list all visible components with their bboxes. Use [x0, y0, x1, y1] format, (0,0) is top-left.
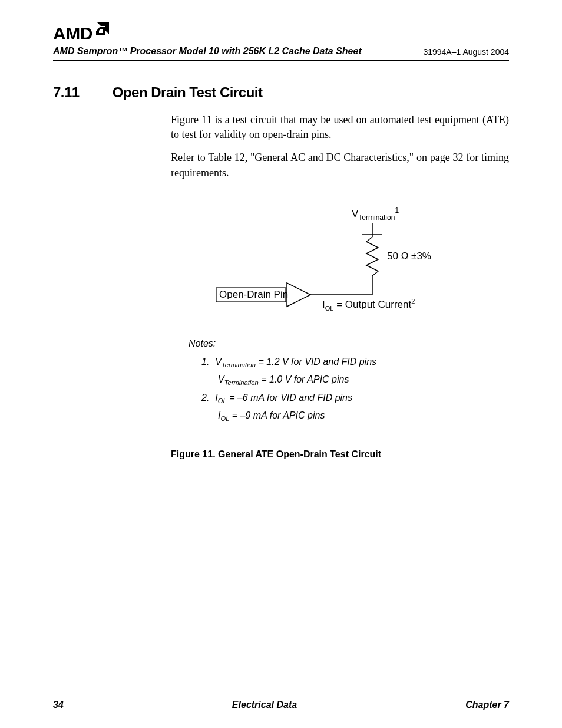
note-2-number: 2. [201, 390, 209, 407]
section-heading: 7.11 Open Drain Test Circuit [53, 84, 509, 101]
brand-text: AMD [53, 24, 92, 44]
open-drain-circuit-diagram: VTermination1 50 Ω ±3% Open-Drain Pin IO… [216, 206, 464, 324]
resistor-label: 50 Ω ±3% [387, 251, 431, 262]
doc-title: AMD Sempron™ Processor Model 10 with 256… [53, 46, 362, 57]
footer-center: Electrical Data [232, 700, 297, 710]
note-2-line-a: IOL = –6 mA for VID and FID pins [215, 390, 352, 407]
page: AMD AMD Sempron™ Processor Model 10 with… [0, 0, 562, 728]
note-1-number: 1. [201, 354, 209, 371]
paragraph-1: Figure 11 is a test circuit that may be … [171, 113, 509, 142]
page-footer: 34 Electrical Data Chapter 7 [53, 696, 509, 710]
figure-notes: Notes: 1. VTermination = 1.2 V for VID a… [171, 336, 509, 426]
paragraph-2: Refer to Table 12, "General AC and DC Ch… [171, 150, 509, 180]
vtermination-label: VTermination1 [352, 206, 399, 222]
brand-arrow-icon [94, 22, 110, 41]
footer-right: Chapter 7 [465, 700, 509, 710]
open-drain-pin-label: Open-Drain Pin [219, 289, 288, 300]
doc-code: 31994A–1 August 2004 [423, 47, 509, 57]
svg-marker-4 [287, 283, 310, 307]
body-text: Figure 11 is a test circuit that may be … [171, 113, 509, 189]
iol-label: IOL = Output Current2 [322, 298, 415, 312]
figure-caption: Figure 11. General ATE Open-Drain Test C… [171, 449, 509, 460]
running-header: AMD Sempron™ Processor Model 10 with 256… [53, 46, 509, 61]
note-1-line-a: VTermination = 1.2 V for VID and FID pin… [215, 354, 376, 371]
section-title: Open Drain Test Circuit [113, 84, 263, 101]
notes-heading: Notes: [189, 336, 509, 351]
note-2: 2. IOL = –6 mA for VID and FID pins [189, 390, 509, 407]
note-1: 1. VTermination = 1.2 V for VID and FID … [189, 354, 509, 371]
footer-page-number: 34 [53, 700, 64, 710]
brand-logo: AMD [53, 24, 509, 44]
note-2-line-b: IOL = –9 mA for APIC pins [189, 408, 509, 424]
note-1-line-b: VTermination = 1.0 V for APIC pins [189, 372, 509, 388]
figure-circuit: VTermination1 50 Ω ±3% Open-Drain Pin IO… [171, 206, 509, 324]
section-number: 7.11 [53, 84, 80, 101]
